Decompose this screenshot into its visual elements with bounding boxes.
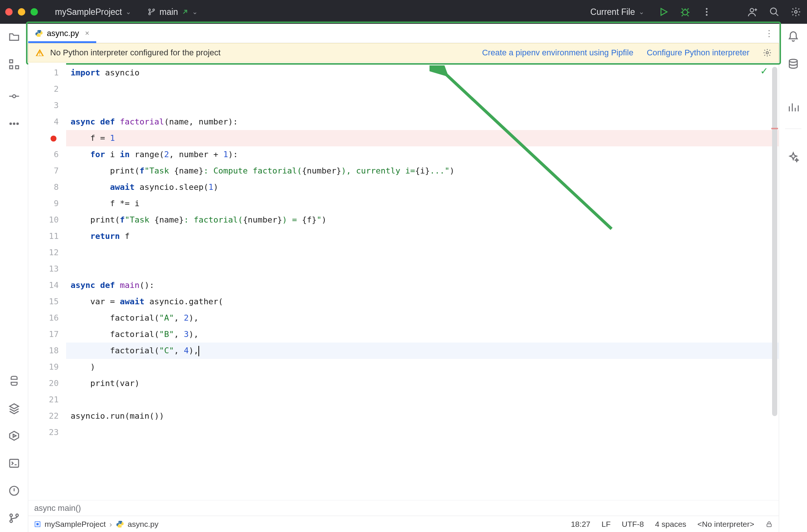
code-line[interactable]: async def factorial(name, number):	[66, 114, 779, 130]
interpreter-status[interactable]: <No interpreter>	[697, 520, 754, 529]
line-number[interactable]: 16	[30, 310, 59, 326]
code-line[interactable]: import asyncio	[66, 65, 779, 81]
configure-interpreter-link[interactable]: Configure Python interpreter	[647, 48, 749, 58]
project-tool-button[interactable]	[6, 29, 22, 45]
code-line[interactable]: var = await asyncio.gather(	[66, 293, 779, 310]
code-line[interactable]: f *= i	[66, 195, 779, 212]
svg-rect-31	[767, 524, 771, 527]
svg-point-8	[750, 9, 753, 12]
breadcrumb-inlay[interactable]: async main()	[28, 500, 779, 516]
left-tool-strip	[0, 24, 28, 532]
code-with-me-button[interactable]	[747, 6, 759, 18]
vcs-branch-selector[interactable]: main ⌄	[144, 6, 201, 19]
line-number[interactable]: 11	[30, 228, 59, 244]
minimize-window-icon[interactable]	[18, 8, 25, 16]
close-tab-icon[interactable]: ×	[85, 29, 90, 38]
line-number[interactable]: 12	[30, 244, 59, 261]
line-number[interactable]: 23	[30, 424, 59, 441]
more-tool-button[interactable]	[6, 116, 22, 132]
line-number[interactable]: 15	[30, 293, 59, 310]
caret-position[interactable]: 18:27	[571, 520, 590, 529]
line-number[interactable]: 14	[30, 277, 59, 293]
database-button[interactable]	[785, 56, 801, 72]
file-encoding[interactable]: UTF-8	[622, 520, 644, 529]
search-everywhere-button[interactable]	[768, 6, 780, 18]
vcs-button[interactable]	[6, 510, 22, 526]
notifications-button[interactable]	[785, 29, 801, 45]
breakpoint-marker[interactable]	[30, 130, 59, 146]
code-line[interactable]	[66, 97, 779, 114]
more-actions-button[interactable]	[701, 6, 713, 18]
project-selector[interactable]: mySampleProject ⌄	[51, 6, 135, 19]
coverage-button[interactable]	[785, 100, 801, 115]
line-number[interactable]: 7	[30, 163, 59, 179]
commit-tool-button[interactable]	[6, 88, 22, 104]
line-number[interactable]: 18	[30, 343, 59, 359]
code-line[interactable]: asyncio.run(main())	[66, 408, 779, 424]
line-number[interactable]: 8	[30, 179, 59, 195]
svg-point-7	[706, 14, 708, 16]
code-line[interactable]	[66, 81, 779, 97]
create-pipenv-link[interactable]: Create a pipenv environment using Pipfil…	[482, 48, 633, 58]
inspection-ok-icon[interactable]: ✓	[760, 65, 768, 77]
terminal-button[interactable]	[6, 455, 22, 471]
tab-options-button[interactable]: ⋮	[765, 24, 779, 43]
code-line[interactable]	[66, 424, 779, 441]
code-line[interactable]	[66, 244, 779, 261]
code-area[interactable]: import asyncio async def factorial(name,…	[66, 62, 779, 500]
line-number[interactable]: 2	[30, 81, 59, 97]
editor-tab[interactable]: async.py ×	[28, 24, 96, 43]
code-editor[interactable]: 123467891011121314151617181920212223 imp…	[28, 62, 779, 500]
line-number[interactable]: 4	[30, 114, 59, 130]
code-line[interactable]: factorial("C", 4),	[66, 343, 779, 359]
problems-button[interactable]	[6, 483, 22, 499]
code-line[interactable]: f = 1	[66, 130, 779, 146]
code-line[interactable]: await asyncio.sleep(1)	[66, 179, 779, 195]
indent-setting[interactable]: 4 spaces	[655, 520, 686, 529]
line-number[interactable]: 22	[30, 408, 59, 424]
run-button[interactable]	[658, 6, 670, 18]
banner-settings-button[interactable]	[763, 48, 772, 57]
line-number[interactable]: 20	[30, 375, 59, 392]
svg-point-17	[16, 123, 18, 124]
line-number[interactable]: 17	[30, 326, 59, 343]
code-line[interactable]: factorial("A", 2),	[66, 310, 779, 326]
code-line[interactable]: return f	[66, 228, 779, 244]
line-number[interactable]: 9	[30, 195, 59, 212]
run-config-selector[interactable]: Current File ⌄	[587, 6, 648, 19]
python-packages-button[interactable]	[6, 400, 22, 416]
line-number[interactable]: 10	[30, 212, 59, 228]
svg-point-14	[13, 95, 16, 98]
line-number[interactable]: 6	[30, 146, 59, 163]
line-number[interactable]: 1	[30, 65, 59, 81]
line-number[interactable]: 13	[30, 261, 59, 277]
code-line[interactable]: async def main():	[66, 277, 779, 293]
navigation-breadcrumb[interactable]: mySampleProject › async.py	[34, 520, 158, 529]
close-window-icon[interactable]	[5, 8, 13, 16]
error-stripe[interactable]	[771, 87, 778, 161]
line-number[interactable]: 3	[30, 97, 59, 114]
code-line[interactable]: factorial("B", 3),	[66, 326, 779, 343]
line-number[interactable]: 21	[30, 392, 59, 408]
code-line[interactable]: print(var)	[66, 375, 779, 392]
editor-gutter[interactable]: 123467891011121314151617181920212223	[28, 62, 66, 500]
python-console-button[interactable]	[6, 373, 22, 389]
code-line[interactable]	[66, 261, 779, 277]
structure-tool-button[interactable]	[6, 56, 22, 72]
line-number[interactable]: 19	[30, 359, 59, 375]
code-line[interactable]: for i in range(2, number + 1):	[66, 146, 779, 163]
code-line[interactable]: )	[66, 359, 779, 375]
debug-button[interactable]	[679, 6, 691, 18]
settings-button[interactable]	[790, 6, 802, 18]
stripe-mark[interactable]	[771, 128, 778, 129]
line-separator[interactable]: LF	[602, 520, 611, 529]
code-line[interactable]	[66, 392, 779, 408]
services-button[interactable]	[6, 428, 22, 444]
code-line[interactable]: print(f"Task {name}: Compute factorial({…	[66, 163, 779, 179]
maximize-window-icon[interactable]	[30, 8, 38, 16]
ai-assistant-button[interactable]	[785, 149, 801, 165]
svg-rect-30	[36, 523, 39, 525]
python-file-icon	[116, 520, 124, 528]
code-line[interactable]: print(f"Task {name}: factorial({number})…	[66, 212, 779, 228]
readonly-toggle[interactable]	[765, 520, 773, 528]
